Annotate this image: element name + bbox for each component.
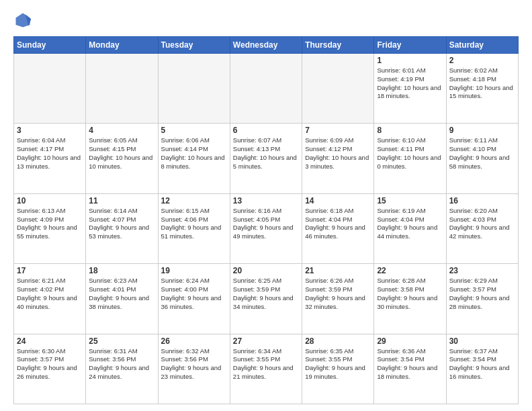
day-number: 7 xyxy=(305,126,371,135)
calendar-cell: 15Sunrise: 6:19 AMSunset: 4:04 PMDayligh… xyxy=(374,193,446,263)
day-info: Sunrise: 6:32 AMSunset: 3:56 PMDaylight:… xyxy=(161,347,227,381)
calendar-cell: 9Sunrise: 6:11 AMSunset: 4:10 PMDaylight… xyxy=(446,124,518,193)
calendar-cell: 18Sunrise: 6:23 AMSunset: 4:01 PMDayligh… xyxy=(86,264,158,334)
day-number: 3 xyxy=(17,126,83,135)
day-number: 17 xyxy=(17,266,83,275)
day-info: Sunrise: 6:16 AMSunset: 4:05 PMDaylight:… xyxy=(233,207,299,241)
calendar-week-0: 1Sunrise: 6:01 AMSunset: 4:19 PMDaylight… xyxy=(14,54,519,124)
day-number: 13 xyxy=(233,196,299,205)
calendar-cell: 20Sunrise: 6:25 AMSunset: 3:59 PMDayligh… xyxy=(230,264,302,334)
day-info: Sunrise: 6:28 AMSunset: 3:58 PMDaylight:… xyxy=(377,277,443,311)
calendar-cell: 21Sunrise: 6:26 AMSunset: 3:59 PMDayligh… xyxy=(302,264,374,334)
day-info: Sunrise: 6:06 AMSunset: 4:14 PMDaylight:… xyxy=(161,136,227,171)
day-number: 12 xyxy=(161,196,227,205)
day-number: 24 xyxy=(17,336,83,346)
calendar-week-4: 24Sunrise: 6:30 AMSunset: 3:57 PMDayligh… xyxy=(14,334,519,404)
day-info: Sunrise: 6:11 AMSunset: 4:10 PMDaylight:… xyxy=(449,136,515,171)
day-info: Sunrise: 6:09 AMSunset: 4:12 PMDaylight:… xyxy=(305,136,371,171)
day-number: 6 xyxy=(233,126,299,135)
calendar-header-tuesday: Tuesday xyxy=(158,37,230,54)
day-number: 5 xyxy=(161,126,227,135)
calendar-cell: 14Sunrise: 6:18 AMSunset: 4:04 PMDayligh… xyxy=(302,193,374,263)
page: SundayMondayTuesdayWednesdayThursdayFrid… xyxy=(0,0,532,411)
day-number: 25 xyxy=(89,336,154,346)
day-info: Sunrise: 6:10 AMSunset: 4:11 PMDaylight:… xyxy=(377,136,443,171)
day-number: 2 xyxy=(449,56,515,65)
calendar-cell: 23Sunrise: 6:29 AMSunset: 3:57 PMDayligh… xyxy=(446,264,518,334)
day-info: Sunrise: 6:02 AMSunset: 4:18 PMDaylight:… xyxy=(449,66,515,101)
calendar-cell: 16Sunrise: 6:20 AMSunset: 4:03 PMDayligh… xyxy=(446,193,518,263)
day-number: 15 xyxy=(377,196,443,205)
calendar-cell: 8Sunrise: 6:10 AMSunset: 4:11 PMDaylight… xyxy=(374,124,446,193)
calendar-cell xyxy=(230,54,302,124)
day-info: Sunrise: 6:25 AMSunset: 3:59 PMDaylight:… xyxy=(233,277,299,311)
logo-icon xyxy=(13,11,32,30)
day-info: Sunrise: 6:34 AMSunset: 3:55 PMDaylight:… xyxy=(233,347,299,381)
day-info: Sunrise: 6:04 AMSunset: 4:17 PMDaylight:… xyxy=(17,136,83,171)
calendar-cell: 11Sunrise: 6:14 AMSunset: 4:07 PMDayligh… xyxy=(86,193,158,263)
day-number: 19 xyxy=(161,266,227,275)
calendar-cell: 13Sunrise: 6:16 AMSunset: 4:05 PMDayligh… xyxy=(230,193,302,263)
day-info: Sunrise: 6:13 AMSunset: 4:09 PMDaylight:… xyxy=(17,207,83,241)
calendar-cell: 7Sunrise: 6:09 AMSunset: 4:12 PMDaylight… xyxy=(302,124,374,193)
calendar-week-2: 10Sunrise: 6:13 AMSunset: 4:09 PMDayligh… xyxy=(14,193,519,263)
calendar-cell: 1Sunrise: 6:01 AMSunset: 4:19 PMDaylight… xyxy=(374,54,446,124)
day-number: 26 xyxy=(161,336,227,346)
calendar-header-saturday: Saturday xyxy=(446,37,518,54)
calendar-cell: 5Sunrise: 6:06 AMSunset: 4:14 PMDaylight… xyxy=(158,124,230,193)
calendar-cell: 19Sunrise: 6:24 AMSunset: 4:00 PMDayligh… xyxy=(158,264,230,334)
day-info: Sunrise: 6:21 AMSunset: 4:02 PMDaylight:… xyxy=(17,277,83,311)
day-number: 27 xyxy=(233,336,299,346)
calendar-header-friday: Friday xyxy=(374,37,446,54)
calendar-cell: 12Sunrise: 6:15 AMSunset: 4:06 PMDayligh… xyxy=(158,193,230,263)
day-info: Sunrise: 6:20 AMSunset: 4:03 PMDaylight:… xyxy=(449,207,515,241)
calendar-week-3: 17Sunrise: 6:21 AMSunset: 4:02 PMDayligh… xyxy=(14,264,519,334)
calendar-header-monday: Monday xyxy=(86,37,158,54)
day-info: Sunrise: 6:26 AMSunset: 3:59 PMDaylight:… xyxy=(305,277,371,311)
day-info: Sunrise: 6:31 AMSunset: 3:56 PMDaylight:… xyxy=(89,347,154,381)
day-number: 4 xyxy=(89,126,154,135)
calendar-header-row: SundayMondayTuesdayWednesdayThursdayFrid… xyxy=(14,37,519,54)
day-number: 9 xyxy=(449,126,515,135)
day-info: Sunrise: 6:37 AMSunset: 3:54 PMDaylight:… xyxy=(449,347,515,381)
day-number: 20 xyxy=(233,266,299,275)
day-info: Sunrise: 6:24 AMSunset: 4:00 PMDaylight:… xyxy=(161,277,227,311)
calendar-cell: 29Sunrise: 6:36 AMSunset: 3:54 PMDayligh… xyxy=(374,334,446,404)
calendar-cell: 27Sunrise: 6:34 AMSunset: 3:55 PMDayligh… xyxy=(230,334,302,404)
day-info: Sunrise: 6:19 AMSunset: 4:04 PMDaylight:… xyxy=(377,207,443,241)
day-number: 16 xyxy=(449,196,515,205)
calendar-cell xyxy=(86,54,158,124)
day-info: Sunrise: 6:23 AMSunset: 4:01 PMDaylight:… xyxy=(89,277,154,311)
calendar-cell xyxy=(158,54,230,124)
day-number: 18 xyxy=(89,266,154,275)
day-info: Sunrise: 6:36 AMSunset: 3:54 PMDaylight:… xyxy=(377,347,443,381)
calendar-cell: 25Sunrise: 6:31 AMSunset: 3:56 PMDayligh… xyxy=(86,334,158,404)
day-info: Sunrise: 6:29 AMSunset: 3:57 PMDaylight:… xyxy=(449,277,515,311)
day-number: 14 xyxy=(305,196,371,205)
calendar-cell: 6Sunrise: 6:07 AMSunset: 4:13 PMDaylight… xyxy=(230,124,302,193)
day-info: Sunrise: 6:14 AMSunset: 4:07 PMDaylight:… xyxy=(89,207,154,241)
day-number: 22 xyxy=(377,266,443,275)
day-info: Sunrise: 6:35 AMSunset: 3:55 PMDaylight:… xyxy=(305,347,371,381)
day-info: Sunrise: 6:07 AMSunset: 4:13 PMDaylight:… xyxy=(233,136,299,171)
calendar-header-thursday: Thursday xyxy=(302,37,374,54)
calendar-cell: 30Sunrise: 6:37 AMSunset: 3:54 PMDayligh… xyxy=(446,334,518,404)
calendar-cell: 24Sunrise: 6:30 AMSunset: 3:57 PMDayligh… xyxy=(14,334,86,404)
day-number: 23 xyxy=(449,266,515,275)
day-number: 21 xyxy=(305,266,371,275)
calendar-cell: 4Sunrise: 6:05 AMSunset: 4:15 PMDaylight… xyxy=(86,124,158,193)
day-info: Sunrise: 6:30 AMSunset: 3:57 PMDaylight:… xyxy=(17,347,83,381)
calendar-header-sunday: Sunday xyxy=(14,37,86,54)
calendar-table: SundayMondayTuesdayWednesdayThursdayFrid… xyxy=(13,36,519,404)
calendar-cell: 26Sunrise: 6:32 AMSunset: 3:56 PMDayligh… xyxy=(158,334,230,404)
calendar-cell: 28Sunrise: 6:35 AMSunset: 3:55 PMDayligh… xyxy=(302,334,374,404)
calendar-cell xyxy=(14,54,86,124)
day-number: 30 xyxy=(449,336,515,346)
calendar-cell: 2Sunrise: 6:02 AMSunset: 4:18 PMDaylight… xyxy=(446,54,518,124)
calendar-cell: 10Sunrise: 6:13 AMSunset: 4:09 PMDayligh… xyxy=(14,193,86,263)
calendar-cell xyxy=(302,54,374,124)
day-number: 29 xyxy=(377,336,443,346)
header xyxy=(13,11,519,30)
day-number: 10 xyxy=(17,196,83,205)
day-info: Sunrise: 6:01 AMSunset: 4:19 PMDaylight:… xyxy=(377,66,443,101)
